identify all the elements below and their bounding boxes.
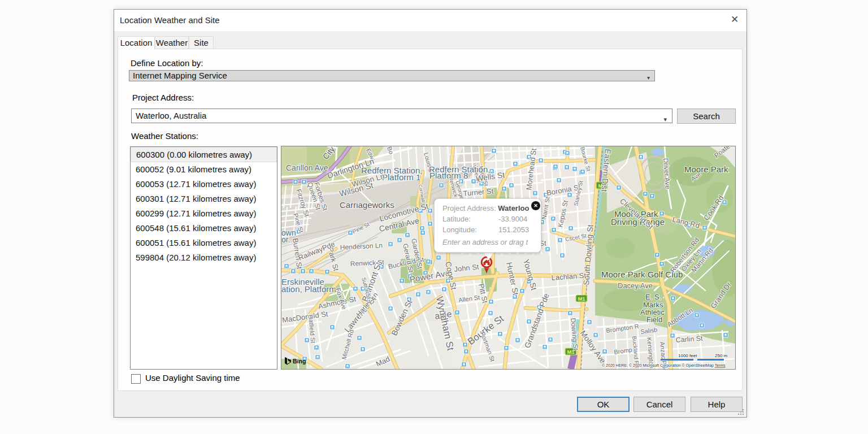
svg-text:Dacey Ave: Dacey Ave: [618, 281, 653, 290]
svg-text:1000 feet: 1000 feet: [678, 353, 697, 358]
svg-text:or.: or.: [281, 235, 290, 244]
svg-text:ation, Platform...: ation, Platform...: [281, 284, 343, 294]
svg-text:250 m: 250 m: [715, 353, 728, 358]
svg-text:Field: Field: [646, 315, 662, 324]
svg-text:Moore Park: Moore Park: [684, 164, 728, 174]
svg-text:Bing: Bing: [293, 358, 306, 364]
svg-text:Platform 1: Platform 1: [382, 172, 420, 182]
svg-text:M1: M1: [578, 296, 585, 302]
svg-text:© 2020 HERE, © 2020 Microsoft: © 2020 HERE, © 2020 Microsoft Corporatio…: [602, 363, 726, 368]
svg-text:Carillon Ave: Carillon Ave: [286, 163, 328, 172]
svg-text:Carriageworks: Carriageworks: [340, 200, 394, 210]
svg-text:E. S.: E. S.: [645, 293, 661, 301]
